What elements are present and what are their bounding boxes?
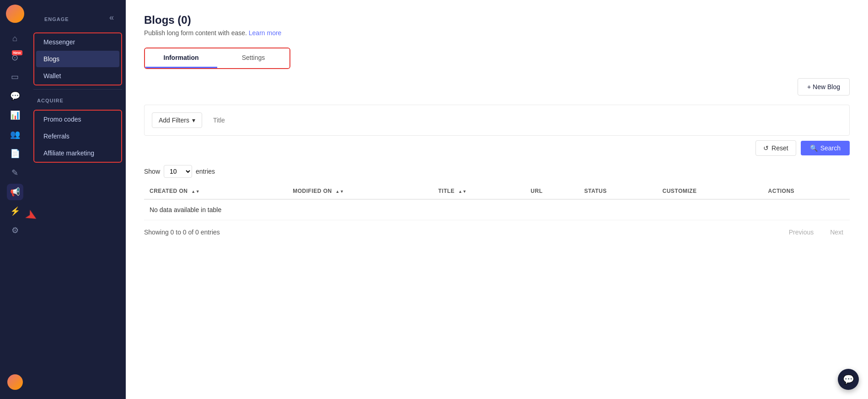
title-filter-input[interactable] xyxy=(208,113,842,128)
reset-button[interactable]: ↺ Reset xyxy=(755,140,796,156)
sidebar-item-wallet[interactable]: Wallet xyxy=(36,68,119,84)
chat-bubble[interactable]: 💬 xyxy=(838,369,859,390)
members-icon[interactable]: 👥 xyxy=(7,126,23,143)
new-blog-button[interactable]: + New Blog xyxy=(798,78,850,96)
toolbar: + New Blog xyxy=(144,78,850,96)
search-button[interactable]: 🔍 Search xyxy=(801,141,850,155)
page-subtitle: Publish long form content with ease. Lea… xyxy=(144,29,850,37)
tabs-container: Information Settings xyxy=(144,48,290,69)
pagination-buttons: Previous Next xyxy=(782,226,850,239)
add-filters-button[interactable]: Add Filters ▾ xyxy=(152,112,202,128)
sliders-icon[interactable]: ⚙ xyxy=(7,222,23,239)
learn-more-link[interactable]: Learn more xyxy=(249,29,282,37)
tab-settings[interactable]: Settings xyxy=(217,48,289,68)
sort-icons-created: ▲▼ xyxy=(191,190,200,194)
show-entries-row: Show 10 25 50 100 entries xyxy=(144,165,850,178)
analytics-icon[interactable]: 📊 xyxy=(7,107,23,123)
icon-rail: ⌂ ⊙ New ▭ 💬 📊 👥 📄 ✎ 📢 ⚡ ⚙ xyxy=(0,0,30,399)
col-customize: CUSTOMIZE xyxy=(657,183,762,199)
next-button[interactable]: Next xyxy=(824,226,850,239)
chat-bubble-icon: 💬 xyxy=(843,374,854,385)
no-data-message: No data available in table xyxy=(144,199,850,220)
sidebar: ENGAGE « Messenger Blogs Wallet ACQUIRE … xyxy=(30,0,126,399)
tools-icon[interactable]: ✎ xyxy=(7,165,23,181)
chat-icon[interactable]: 💬 xyxy=(7,88,23,104)
acquire-group: Promo codes Referrals Affiliate marketin… xyxy=(33,110,122,163)
filter-row: Add Filters ▾ xyxy=(144,105,850,136)
table-header-row: CREATED ON ▲▼ MODIFIED ON ▲▼ TITLE ▲▼ UR… xyxy=(144,183,850,199)
main-content: Blogs (0) Publish long form content with… xyxy=(126,0,868,399)
tab-information[interactable]: Information xyxy=(145,48,217,68)
entries-select[interactable]: 10 25 50 100 xyxy=(164,165,192,178)
col-status: STATUS xyxy=(579,183,657,199)
no-data-row: No data available in table xyxy=(144,199,850,220)
sort-icons-title: ▲▼ xyxy=(458,190,467,194)
col-modified-on[interactable]: MODIFIED ON ▲▼ xyxy=(287,183,433,199)
search-icon: 🔍 xyxy=(810,144,818,152)
home-icon[interactable]: ⌂ xyxy=(7,30,23,47)
sidebar-item-promo-codes[interactable]: Promo codes xyxy=(36,111,119,128)
pagination-row: Showing 0 to 0 of 0 entries Previous Nex… xyxy=(144,226,850,239)
user-avatar[interactable] xyxy=(7,374,23,390)
entries-label: entries xyxy=(196,168,215,175)
sort-icons-modified: ▲▼ xyxy=(336,190,344,194)
page-title: Blogs (0) xyxy=(144,14,850,27)
sidebar-item-referrals[interactable]: Referrals xyxy=(36,128,119,144)
col-title[interactable]: TITLE ▲▼ xyxy=(433,183,525,199)
sidebar-item-messenger[interactable]: Messenger xyxy=(36,34,119,50)
inbox-icon[interactable]: ▭ xyxy=(7,69,23,85)
sidebar-item-affiliate-marketing[interactable]: Affiliate marketing xyxy=(36,145,119,161)
previous-button[interactable]: Previous xyxy=(782,226,820,239)
engage-section-label: ENGAGE xyxy=(37,11,76,25)
data-table: CREATED ON ▲▼ MODIFIED ON ▲▼ TITLE ▲▼ UR… xyxy=(144,183,850,220)
acquire-section-label: ACQUIRE xyxy=(30,92,126,106)
community-icon[interactable]: ⊙ New xyxy=(7,49,23,66)
engage-group: Messenger Blogs Wallet xyxy=(33,32,122,85)
col-actions: ACTIONS xyxy=(763,183,850,199)
sidebar-item-blogs[interactable]: Blogs xyxy=(36,51,119,67)
new-badge: New xyxy=(12,50,22,55)
collapse-button[interactable]: « xyxy=(105,8,118,27)
show-label: Show xyxy=(144,168,160,175)
lightning-icon[interactable]: ⚡ xyxy=(7,203,23,219)
col-created-on[interactable]: CREATED ON ▲▼ xyxy=(144,183,287,199)
app-logo[interactable] xyxy=(6,5,24,23)
engage-icon[interactable]: 📢 xyxy=(7,184,23,200)
pages-icon[interactable]: 📄 xyxy=(7,145,23,162)
sidebar-header: ENGAGE « xyxy=(30,5,126,29)
showing-text: Showing 0 to 0 of 0 entries xyxy=(144,229,220,236)
chevron-down-icon: ▾ xyxy=(192,117,195,124)
reset-icon: ↺ xyxy=(763,144,769,152)
search-row: ↺ Reset 🔍 Search xyxy=(144,140,850,156)
col-url: URL xyxy=(525,183,579,199)
